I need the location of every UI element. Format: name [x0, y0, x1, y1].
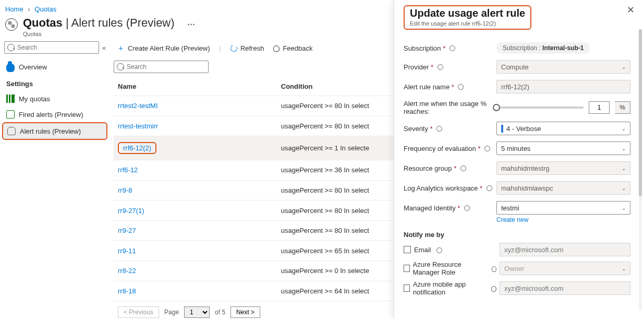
- rule-name-link[interactable]: rr8-22: [118, 267, 136, 275]
- breadcrumb-home[interactable]: Home: [5, 5, 23, 13]
- refresh-icon: [229, 44, 238, 53]
- svg-rect-0: [9, 22, 11, 24]
- pager-page-select[interactable]: 1: [184, 306, 210, 318]
- sidebar-item-overview[interactable]: Overview: [2, 59, 107, 75]
- info-icon[interactable]: [449, 45, 455, 51]
- label-email: Email: [404, 246, 496, 254]
- pager-next-button[interactable]: Next >: [230, 306, 260, 318]
- usage-unit: %: [615, 101, 630, 114]
- panel-title: Update usage alert rule: [410, 7, 525, 19]
- rule-name-link[interactable]: rrf6-12: [118, 166, 138, 174]
- info-icon[interactable]: [464, 205, 470, 211]
- info-icon[interactable]: [460, 166, 466, 171]
- panel-title-highlight: Update usage alert rule Edit the usage a…: [404, 5, 531, 30]
- quotas-icon: [5, 18, 18, 31]
- arm-role-checkbox[interactable]: [404, 265, 410, 272]
- label-resource-group: Resource group *: [404, 164, 496, 172]
- feedback-button[interactable]: Feedback: [273, 44, 312, 52]
- subscription-chip: Subscription : Internal-sub-1: [496, 42, 590, 54]
- cloud-icon: [6, 64, 15, 72]
- page-subtitle: Quotas: [23, 31, 195, 37]
- panel-subtitle: Edit the usage alert rule rrf6-12(2): [410, 20, 525, 27]
- info-icon[interactable]: [484, 146, 490, 151]
- bell-icon: [7, 127, 16, 135]
- update-alert-rule-panel: Update usage alert rule Edit the usage a…: [394, 0, 644, 319]
- frequency-dropdown[interactable]: 5 minutes⌄: [496, 141, 630, 155]
- rule-name-link[interactable]: rr8-18: [118, 287, 136, 295]
- refresh-button[interactable]: Refresh: [230, 44, 264, 52]
- sidebar-item-label: My quotas: [19, 95, 50, 103]
- info-icon[interactable]: [436, 126, 442, 132]
- label-alert-rule-name: Alert rule name *: [404, 83, 496, 91]
- alert-rule-name-input[interactable]: [496, 80, 630, 93]
- svg-rect-1: [12, 25, 14, 27]
- info-icon[interactable]: [436, 247, 442, 253]
- info-icon[interactable]: [492, 266, 496, 272]
- label-provider: Provider *: [404, 63, 496, 71]
- doc-icon: [6, 110, 15, 119]
- label-mobile: Azure mobile app notification: [404, 280, 496, 296]
- usage-slider[interactable]: [496, 107, 584, 109]
- person-icon: [273, 45, 280, 52]
- sidebar-item-label: Fired alerts (Preview): [19, 111, 83, 119]
- pager-of-label: of 5: [215, 309, 225, 316]
- create-new-link[interactable]: Create new: [496, 216, 528, 223]
- sidebar-item-label: Alert rules (Preview): [20, 127, 81, 135]
- mobile-input[interactable]: [500, 281, 630, 295]
- plus-icon: ＋: [117, 43, 125, 53]
- rule-name-link[interactable]: rr9-27: [118, 227, 136, 234]
- info-icon[interactable]: [458, 84, 464, 90]
- sidebar-item-fired-alerts[interactable]: Fired alerts (Preview): [2, 107, 107, 122]
- mobile-checkbox[interactable]: [404, 285, 410, 292]
- sidebar-item-label: Overview: [19, 63, 47, 71]
- label-severity: Severity *: [404, 125, 496, 133]
- rule-name-link[interactable]: rr9-11: [118, 247, 136, 255]
- breadcrumb-sep: ›: [25, 5, 32, 13]
- usage-percent-input[interactable]: [589, 101, 610, 114]
- pager-previous-button[interactable]: < Previous: [118, 306, 159, 318]
- collapse-sidebar-icon[interactable]: «: [102, 44, 106, 52]
- email-input[interactable]: [500, 243, 630, 256]
- info-icon[interactable]: [487, 185, 492, 191]
- panel-body: Subscription * Subscription : Internal-s…: [394, 34, 644, 305]
- rule-name-link[interactable]: rr9-8: [118, 186, 132, 194]
- info-icon[interactable]: [438, 64, 443, 70]
- rule-name-link[interactable]: rrtest2-testMI: [118, 102, 158, 110]
- label-arm-role: Azure Resource Manager Role: [404, 261, 496, 276]
- severity-dropdown[interactable]: 4 - Verbose⌄: [496, 122, 630, 135]
- label-managed-identity: Managed Identity *: [404, 204, 496, 212]
- rule-name-link[interactable]: rr9-27(1): [118, 207, 144, 215]
- provider-dropdown: Compute⌄: [496, 60, 630, 74]
- sidebar-search-input[interactable]: [4, 41, 99, 54]
- rule-name-link[interactable]: rrf6-12(2): [123, 144, 151, 152]
- rule-name-link[interactable]: rrtest-testmirr: [118, 122, 158, 130]
- page-title: Quotas | Alert rules (Preview) ⋯: [23, 16, 195, 30]
- sidebar: « Overview Settings My quotas Fired aler…: [0, 41, 110, 319]
- label-subscription: Subscription *: [404, 44, 496, 52]
- sidebar-item-my-quotas[interactable]: My quotas: [2, 91, 107, 107]
- law-dropdown: mahshidmlawspc⌄: [496, 181, 630, 195]
- label-law: Log Analytics workspace *: [404, 184, 496, 192]
- arm-role-dropdown: Owner⌄: [500, 262, 630, 275]
- more-icon[interactable]: ⋯: [178, 19, 195, 28]
- label-frequency: Frequency of evaluation *: [404, 145, 496, 152]
- breadcrumb-quotas[interactable]: Quotas: [34, 5, 56, 13]
- main-search-input[interactable]: [114, 61, 209, 73]
- create-alert-rule-button[interactable]: ＋ Create Alert Rule (Preview): [117, 43, 210, 53]
- info-icon[interactable]: [491, 286, 496, 292]
- label-alert-me: Alert me when the usage % reaches:: [404, 100, 496, 115]
- resource-group-dropdown: mahshidmtestrg⌄: [496, 161, 630, 175]
- sidebar-heading-settings: Settings: [2, 75, 107, 91]
- close-icon[interactable]: ✕: [627, 5, 635, 15]
- column-header-name[interactable]: Name: [114, 77, 277, 96]
- pager-page-label: Page: [164, 309, 179, 316]
- scrollbar-thumb[interactable]: [639, 29, 642, 196]
- slider-thumb[interactable]: [493, 104, 500, 111]
- sidebar-item-alert-rules[interactable]: Alert rules (Preview): [2, 122, 107, 140]
- notify-heading: Notify me by: [404, 231, 630, 239]
- bars-icon: [6, 94, 15, 103]
- email-checkbox[interactable]: [404, 246, 411, 253]
- managed-identity-dropdown[interactable]: testmi⌄: [496, 201, 630, 215]
